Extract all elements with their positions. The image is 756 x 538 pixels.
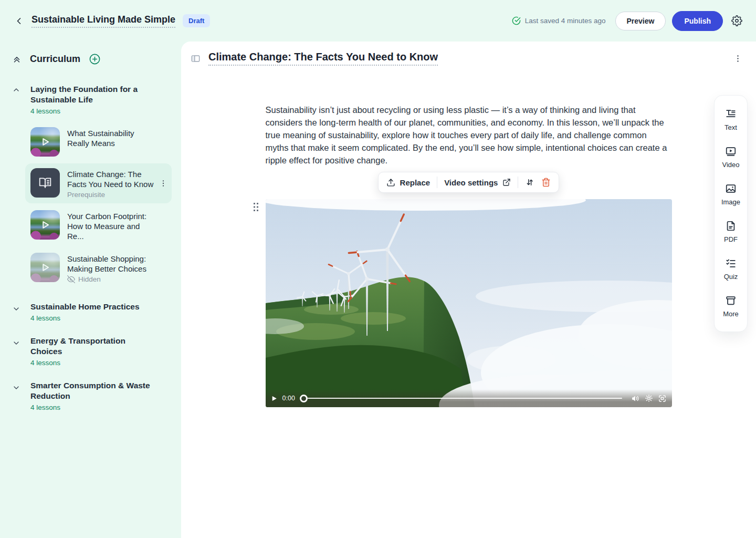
section-header-foundation[interactable]: Laying the Foundation for a Sustainable …	[9, 84, 172, 115]
trash-icon	[541, 178, 551, 187]
status-badge: Draft	[183, 14, 210, 27]
app-header: Sustainable Living Made Simple Draft Las…	[0, 0, 756, 42]
curriculum-sidebar: Curriculum Laying the Foundation for a S…	[0, 42, 181, 538]
delete-block-button[interactable]	[541, 178, 551, 187]
kebab-icon	[159, 179, 167, 188]
section-lesson-count: 4 lessons	[30, 359, 154, 367]
section-title: Laying the Foundation for a Sustainable …	[30, 84, 154, 105]
video-settings-button[interactable]: Video settings	[444, 178, 511, 187]
lesson-reading-thumbnail	[30, 168, 60, 198]
video-player[interactable]: 0:00	[266, 199, 672, 407]
seek-handle[interactable]	[300, 395, 308, 402]
lesson-title: Climate Change: The Facts You Need to Kn…	[67, 169, 158, 189]
publish-button[interactable]: Publish	[672, 11, 723, 31]
eye-off-icon	[67, 275, 75, 283]
chevron-down-icon[interactable]	[12, 336, 22, 367]
section-header-smarter-consumption[interactable]: Smarter Consumption & Waste Reduction 4 …	[9, 380, 172, 411]
play-button[interactable]	[271, 395, 278, 402]
last-saved-text: Last saved 4 minutes ago	[525, 17, 606, 25]
toolbar-divider	[437, 177, 437, 188]
collapse-all-button[interactable]	[12, 55, 22, 64]
seek-track[interactable]	[308, 398, 622, 399]
section-title: Energy & Transportation Choices	[30, 336, 154, 357]
volume-button[interactable]	[631, 394, 640, 403]
curriculum-section: Energy & Transportation Choices 4 lesson…	[9, 336, 172, 367]
lesson-video-thumbnail	[30, 253, 60, 282]
gear-icon	[731, 15, 742, 26]
insert-video-button[interactable]: Video	[722, 146, 739, 169]
fullscreen-icon	[658, 394, 667, 403]
image-icon	[725, 183, 737, 194]
panel-layout-icon	[191, 54, 201, 64]
insert-pdf-button[interactable]: PDF	[724, 220, 738, 243]
video-block-toolbar: Replace Video settings	[378, 172, 560, 193]
external-link-icon	[502, 178, 511, 187]
lesson-item-sustainable-shopping[interactable]: Sustainable Shopping: Making Better Choi…	[25, 248, 172, 288]
player-settings-button[interactable]	[645, 394, 653, 402]
drag-dots-icon	[253, 202, 259, 212]
current-time: 0:00	[282, 395, 295, 402]
play-icon	[30, 127, 60, 157]
fullscreen-button[interactable]	[658, 394, 667, 403]
curriculum-section: Laying the Foundation for a Sustainable …	[9, 84, 172, 288]
section-header-home-practices[interactable]: Sustainable Home Practices 4 lessons	[9, 302, 172, 322]
lesson-badge-hidden: Hidden	[78, 275, 101, 283]
insert-quiz-button[interactable]: Quiz	[724, 257, 738, 281]
curriculum-section: Sustainable Home Practices 4 lessons	[9, 302, 172, 322]
back-button[interactable]	[12, 14, 26, 28]
kebab-icon	[733, 54, 742, 63]
insert-image-button[interactable]: Image	[721, 183, 740, 206]
chevron-up-icon[interactable]	[12, 84, 22, 115]
pdf-icon	[725, 220, 737, 232]
video-controls: 0:00	[266, 389, 672, 407]
lesson-video-thumbnail	[30, 210, 60, 240]
preview-button[interactable]: Preview	[615, 12, 666, 30]
lesson-item-climate-change[interactable]: Climate Change: The Facts You Need to Kn…	[25, 163, 172, 203]
toolbar-divider	[518, 177, 518, 188]
lesson-editor-canvas: Climate Change: The Facts You Need to Kn…	[181, 42, 756, 538]
insert-block-panel: Text Video Image PDF Quiz More	[714, 95, 748, 332]
move-block-button[interactable]	[525, 178, 534, 187]
course-title[interactable]: Sustainable Living Made Simple	[32, 14, 175, 28]
upload-icon	[386, 178, 395, 187]
book-open-icon	[38, 176, 52, 190]
insert-text-button[interactable]: Text	[724, 108, 737, 131]
lesson-item-what-sustainability[interactable]: What Sustainability Really Means	[25, 122, 172, 161]
section-lesson-count: 4 lessons	[30, 107, 154, 115]
chevron-down-icon[interactable]	[12, 302, 22, 322]
more-icon	[725, 295, 737, 306]
add-section-button[interactable]	[89, 53, 101, 65]
section-lesson-count: 4 lessons	[30, 314, 140, 322]
lesson-title: Sustainable Shopping: Making Better Choi…	[67, 254, 158, 274]
section-title: Smarter Consumption & Waste Reduction	[30, 380, 154, 401]
lesson-title: What Sustainability Really Means	[67, 128, 158, 148]
quiz-icon	[725, 257, 737, 269]
seek-bar[interactable]	[300, 395, 626, 402]
text-icon	[725, 108, 737, 120]
block-drag-handle[interactable]	[253, 202, 259, 212]
insert-more-button[interactable]: More	[723, 295, 739, 318]
lesson-options-button[interactable]	[733, 54, 742, 63]
lesson-badge-prerequisite: Prerequisite	[67, 191, 158, 199]
lesson-item-carbon-footprint[interactable]: Your Carbon Footprint: How to Measure an…	[25, 205, 172, 246]
curriculum-title: Curriculum	[30, 54, 80, 65]
toggle-sidebar-button[interactable]	[191, 54, 201, 64]
double-chevron-up-icon	[12, 55, 22, 64]
gear-icon	[645, 394, 653, 402]
chevron-down-icon[interactable]	[12, 380, 22, 411]
video-icon	[725, 146, 737, 157]
plus-circle-icon	[89, 53, 101, 65]
replace-video-button[interactable]: Replace	[386, 178, 430, 187]
section-lesson-count: 4 lessons	[30, 404, 154, 411]
lesson-page-title[interactable]: Climate Change: The Facts You Need to Kn…	[208, 51, 438, 66]
lesson-video-thumbnail	[30, 127, 60, 157]
lesson-intro-paragraph[interactable]: Sustainability isn’t just about recyclin…	[266, 104, 672, 167]
settings-button[interactable]	[731, 15, 742, 26]
chevron-left-icon	[14, 16, 24, 26]
play-icon	[271, 395, 278, 402]
play-icon	[30, 253, 60, 282]
section-title: Sustainable Home Practices	[30, 302, 140, 312]
section-header-energy-transportation[interactable]: Energy & Transportation Choices 4 lesson…	[9, 336, 172, 367]
play-icon	[30, 210, 60, 240]
lesson-menu-button[interactable]	[159, 179, 167, 188]
